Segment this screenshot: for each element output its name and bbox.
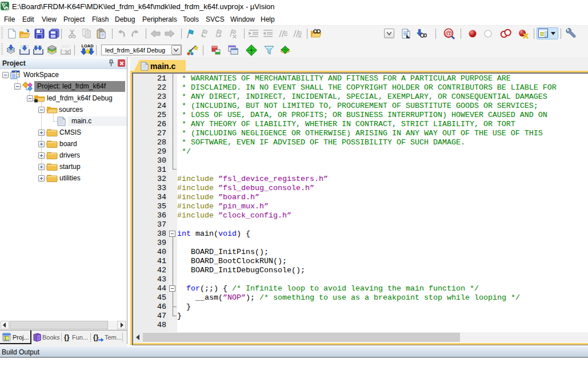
svg-text:5: 5 [6, 6, 9, 11]
svg-text:@: @ [445, 29, 453, 38]
svg-text:LOAD: LOAD [81, 43, 94, 49]
svg-text:?: ? [37, 336, 40, 341]
